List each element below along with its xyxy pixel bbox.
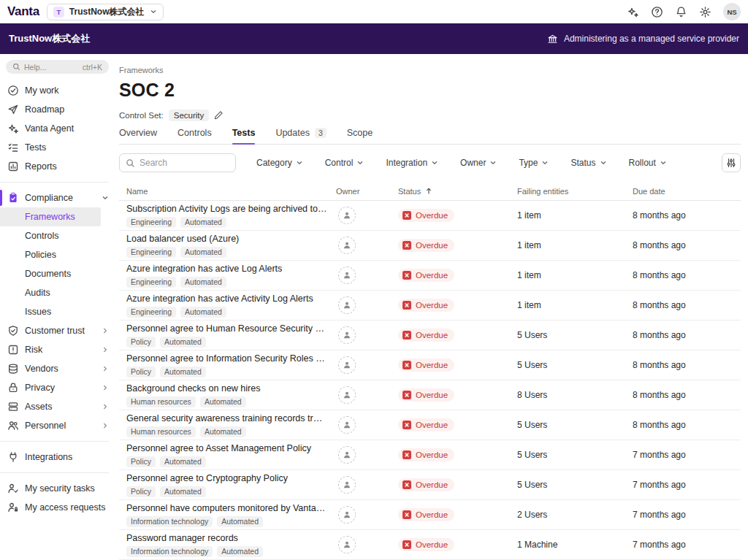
sidebar-item-my-access-requests[interactable]: My access requests bbox=[0, 498, 119, 517]
sidebar-item-documents[interactable]: Documents bbox=[0, 264, 101, 283]
status-label: Overdue bbox=[416, 361, 448, 369]
sidebar-item-audits[interactable]: Audits bbox=[0, 283, 101, 302]
sidebar-item-compliance[interactable]: Compliance bbox=[0, 188, 119, 207]
filter-dropdown-type[interactable]: Type bbox=[519, 158, 549, 168]
column-header-failing-entities[interactable]: Failing entities bbox=[517, 187, 633, 196]
help-shortcut: ctrl+K bbox=[83, 63, 102, 72]
tab-controls[interactable]: Controls bbox=[178, 128, 212, 144]
notifications-bell-icon[interactable] bbox=[675, 6, 687, 18]
owner-unassigned-icon[interactable] bbox=[338, 326, 356, 344]
filter-dropdown-category[interactable]: Category bbox=[256, 158, 303, 168]
owner-cell bbox=[336, 296, 398, 314]
table-row[interactable]: Load balancer used (Azure)EngineeringAut… bbox=[119, 231, 741, 261]
sidebar-item-frameworks[interactable]: Frameworks bbox=[0, 207, 101, 226]
filter-dropdown-integration[interactable]: Integration bbox=[386, 158, 438, 168]
owner-unassigned-icon[interactable] bbox=[338, 506, 356, 523]
owner-unassigned-icon[interactable] bbox=[338, 207, 356, 224]
tag-automated: Automated bbox=[217, 546, 263, 557]
filter-dropdown-control[interactable]: Control bbox=[325, 158, 365, 168]
ai-sparkle-icon[interactable] bbox=[627, 6, 639, 18]
sidebar-item-personnel[interactable]: Personnel bbox=[0, 416, 119, 435]
sidebar-item-privacy[interactable]: Privacy bbox=[0, 378, 119, 397]
sidebar-item-my-work[interactable]: My work bbox=[0, 81, 119, 100]
column-header-status[interactable]: Status bbox=[398, 187, 517, 196]
help-icon[interactable] bbox=[651, 6, 663, 18]
org-switcher[interactable]: T TrustNow株式会社 bbox=[47, 4, 164, 20]
sidebar-item-tests[interactable]: Tests bbox=[0, 138, 119, 157]
tab-tests[interactable]: Tests bbox=[232, 128, 256, 144]
owner-unassigned-icon[interactable] bbox=[338, 386, 356, 404]
overdue-icon bbox=[402, 211, 411, 220]
status-label: Overdue bbox=[416, 241, 448, 250]
tag-automated: Automated bbox=[217, 516, 263, 527]
table-row[interactable]: Personnel agree to Asset Management Poli… bbox=[119, 440, 741, 470]
sidebar-item-assets[interactable]: Assets bbox=[0, 397, 119, 416]
chevron-down-icon bbox=[541, 159, 549, 166]
table-row[interactable]: Azure integration has active Log AlertsE… bbox=[119, 261, 741, 291]
column-header-name[interactable]: Name bbox=[126, 187, 336, 196]
sidebar-item-customer-trust[interactable]: Customer trust bbox=[0, 321, 119, 340]
owner-unassigned-icon[interactable] bbox=[338, 296, 356, 314]
sidebar-item-roadmap[interactable]: Roadmap bbox=[0, 100, 119, 119]
edit-pencil-icon[interactable] bbox=[214, 110, 224, 120]
filter-dropdown-owner[interactable]: Owner bbox=[460, 158, 497, 168]
sidebar-item-vanta-agent[interactable]: Vanta Agent bbox=[0, 119, 119, 138]
due-date: 8 months ago bbox=[633, 210, 741, 220]
sidebar-item-controls[interactable]: Controls bbox=[0, 226, 101, 245]
sidebar-item-risk[interactable]: Risk bbox=[0, 340, 119, 359]
owner-unassigned-icon[interactable] bbox=[338, 476, 356, 494]
table-row[interactable]: Password manager recordsInformation tech… bbox=[119, 530, 741, 560]
sidebar-item-label: Integrations bbox=[25, 452, 72, 462]
sidebar-item-vendors[interactable]: Vendors bbox=[0, 359, 119, 378]
sliders-icon bbox=[726, 158, 736, 168]
search-input[interactable] bbox=[119, 153, 236, 172]
owner-unassigned-icon[interactable] bbox=[338, 237, 356, 254]
sidebar-item-policies[interactable]: Policies bbox=[0, 245, 101, 264]
owner-unassigned-icon[interactable] bbox=[338, 416, 356, 434]
table-row[interactable]: Personnel agree to Information Security … bbox=[119, 350, 741, 380]
tab-label: Controls bbox=[178, 128, 212, 138]
test-name: Personnel agree to Human Resource Securi… bbox=[126, 323, 327, 334]
sidebar-item-integrations[interactable]: Integrations bbox=[0, 448, 119, 467]
table-row[interactable]: Personnel agree to Cryptography PolicyPo… bbox=[119, 470, 741, 500]
roadmap-icon bbox=[7, 104, 19, 115]
owner-unassigned-icon[interactable] bbox=[338, 266, 356, 284]
tag-automated: Automated bbox=[180, 247, 226, 258]
table-row[interactable]: Background checks on new hiresHuman reso… bbox=[119, 380, 741, 410]
sidebar-divider bbox=[0, 182, 109, 183]
status-cell: Overdue bbox=[398, 269, 517, 283]
failing-entities: 1 item bbox=[517, 300, 633, 310]
user-avatar[interactable]: NS bbox=[723, 3, 741, 20]
table-row[interactable]: Personnel have computers monitored by Va… bbox=[119, 500, 741, 530]
breadcrumb[interactable]: Frameworks bbox=[119, 66, 741, 75]
sidebar-item-reports[interactable]: Reports bbox=[0, 157, 119, 176]
status-badge: Overdue bbox=[398, 418, 454, 431]
table-row[interactable]: Personnel agree to Human Resource Securi… bbox=[119, 321, 741, 350]
owner-unassigned-icon[interactable] bbox=[338, 356, 356, 374]
sidebar-item-my-security-tasks[interactable]: My security tasks bbox=[0, 479, 119, 498]
overdue-icon bbox=[402, 301, 411, 310]
test-name-cell: Azure integration has active Log AlertsE… bbox=[126, 264, 336, 288]
status-label: Overdue bbox=[416, 421, 448, 429]
tab-overview[interactable]: Overview bbox=[119, 128, 157, 144]
table-row[interactable]: General security awareness training reco… bbox=[119, 410, 741, 440]
filter-dropdown-status[interactable]: Status bbox=[570, 158, 606, 168]
column-header-due-date[interactable]: Due date bbox=[633, 187, 741, 196]
test-name: Personnel agree to Information Security … bbox=[126, 353, 327, 364]
sidebar-item-issues[interactable]: Issues bbox=[0, 302, 101, 321]
tab-label: Scope bbox=[347, 128, 373, 138]
tab-updates[interactable]: Updates3 bbox=[275, 128, 326, 144]
status-label: Overdue bbox=[416, 211, 448, 220]
owner-unassigned-icon[interactable] bbox=[338, 536, 356, 553]
advanced-filters-button[interactable] bbox=[722, 153, 741, 172]
owner-unassigned-icon[interactable] bbox=[338, 446, 356, 464]
column-header-owner[interactable]: Owner bbox=[336, 187, 398, 196]
tab-scope[interactable]: Scope bbox=[347, 128, 373, 144]
help-search[interactable]: Help... ctrl+K bbox=[6, 60, 109, 74]
table-row[interactable]: Azure integration has active Activity Lo… bbox=[119, 291, 741, 321]
settings-gear-icon[interactable] bbox=[699, 6, 711, 18]
filter-dropdown-rollout[interactable]: Rollout bbox=[629, 158, 667, 168]
chevron-right-icon bbox=[102, 403, 109, 410]
table-row[interactable]: Subscription Activity Logs are being arc… bbox=[119, 201, 741, 231]
tag-engineering: Engineering bbox=[126, 277, 176, 288]
